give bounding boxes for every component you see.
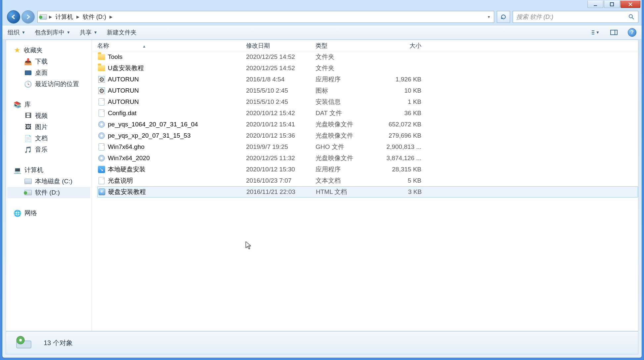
include-label: 包含到库中: [35, 28, 64, 36]
sidebar-head-network[interactable]: 🌐网络: [7, 207, 90, 219]
computer-label: 计算机: [24, 166, 43, 174]
drive-large-icon: [14, 333, 34, 353]
file-rows: Tools2020/12/25 14:52文件夹U盘安装教程2020/12/25…: [92, 51, 638, 198]
recent-icon: 🕓: [24, 80, 32, 88]
close-button[interactable]: [621, 1, 640, 8]
file-name: pe_yqs_xp_20_07_31_15_53: [108, 132, 246, 139]
svg-point-4: [629, 15, 632, 18]
organize-menu[interactable]: 组织▼: [8, 28, 25, 36]
file-name: AUTORUN: [108, 76, 246, 83]
share-menu[interactable]: 共享▼: [80, 28, 98, 36]
network-icon: 🌐: [14, 209, 21, 217]
minimize-button[interactable]: [587, 1, 603, 8]
file-row[interactable]: Win7x64_20202020/12/25 11:32光盘映像文件3,874,…: [97, 153, 638, 164]
toolbar: 组织▼ 包含到库中▼ 共享▼ 新建文件夹 ▼ ?: [2, 25, 642, 40]
file-row[interactable]: pe_yqs_1064_20_07_31_16_042020/10/12 15:…: [97, 119, 638, 130]
html-icon: [98, 189, 106, 195]
star-icon: ★: [14, 46, 21, 55]
file-date: 2016/11/21 22:03: [246, 188, 316, 196]
address-bar[interactable]: ▶ 计算机 ▶ 软件 (D:) ▶ ▾: [37, 11, 494, 23]
file-date: 2020/10/12 15:30: [246, 166, 316, 173]
file-name: Win7x64.gho: [108, 143, 246, 151]
document-icon: 📄: [24, 135, 32, 142]
file-date: 2019/9/7 19:25: [246, 143, 316, 151]
sidebar-item-downloads[interactable]: 📥下载: [7, 56, 90, 67]
libraries-label: 库: [24, 100, 31, 109]
separator-icon: ▶: [109, 15, 112, 19]
desktop-icon: [24, 69, 32, 76]
help-button[interactable]: ?: [628, 28, 636, 37]
disc-icon: [97, 155, 106, 161]
sidebar-item-pictures[interactable]: 🖼图片: [7, 121, 90, 133]
bluesq-icon: ↘: [97, 166, 106, 173]
maximize-button[interactable]: [604, 1, 620, 8]
file-type: 安装信息: [316, 98, 385, 106]
sidebar-head-libraries[interactable]: 📚库: [7, 99, 90, 110]
breadcrumb-current[interactable]: 软件 (D:): [81, 12, 107, 22]
drive-icon: [40, 13, 47, 21]
search-input[interactable]: 搜索 软件 (D:): [513, 11, 638, 23]
library-icon: 📚: [14, 101, 21, 108]
file-row[interactable]: ↘本地硬盘安装2020/10/12 15:30应用程序28,315 KB: [97, 164, 638, 175]
file-name: AUTORUN: [108, 98, 246, 106]
col-type[interactable]: 类型: [316, 42, 385, 50]
sidebar-item-drive-d[interactable]: 软件 (D:): [7, 187, 90, 198]
file-row[interactable]: pe_yqs_xp_20_07_31_15_532020/10/12 15:36…: [97, 130, 638, 141]
sidebar-item-desktop[interactable]: 桌面: [7, 67, 90, 78]
new-folder-button[interactable]: 新建文件夹: [107, 28, 137, 36]
sidebar-item-documents[interactable]: 📄文档: [7, 133, 90, 144]
file-size: 1,926 KB: [385, 76, 428, 83]
file-size: 2,900,813 ...: [385, 143, 428, 151]
file-row[interactable]: AUTORUN2015/5/10 2:45安装信息1 KB: [97, 96, 638, 108]
file-date: 2020/10/12 15:42: [246, 110, 316, 117]
back-button[interactable]: [7, 10, 20, 23]
view-mode-button[interactable]: ▼: [591, 28, 600, 37]
file-size: 36 KB: [385, 110, 428, 117]
file-size: 3 KB: [385, 188, 428, 196]
drive-icon: [24, 189, 32, 196]
download-icon: 📥: [24, 58, 32, 65]
address-dropdown[interactable]: ▾: [486, 15, 492, 19]
file-row[interactable]: 硬盘安装教程2016/11/21 22:03HTML 文档3 KB: [97, 186, 638, 198]
file-type: 光盘映像文件: [316, 131, 385, 140]
newfolder-label: 新建文件夹: [107, 28, 137, 36]
preview-pane-button[interactable]: [609, 28, 619, 37]
file-type: 应用程序: [316, 75, 385, 84]
network-label: 网络: [24, 209, 37, 217]
file-icon: [97, 143, 106, 151]
col-date[interactable]: 修改日期: [246, 42, 316, 50]
file-size: 3,874,126 ...: [385, 155, 428, 162]
drive-icon: [24, 178, 32, 185]
file-date: 2015/5/10 2:45: [246, 98, 316, 106]
sidebar-head-favorites[interactable]: ★收藏夹: [7, 45, 90, 56]
sidebar-item-drive-c[interactable]: 本地磁盘 (C:): [7, 176, 90, 187]
file-type: 光盘映像文件: [316, 154, 385, 162]
col-name[interactable]: 名称▲: [97, 42, 246, 50]
sidebar-item-music[interactable]: 🎵音乐: [7, 144, 90, 155]
refresh-button[interactable]: [497, 11, 510, 23]
include-library-menu[interactable]: 包含到库中▼: [35, 28, 70, 36]
organize-label: 组织: [8, 28, 20, 36]
file-icon: [97, 177, 106, 184]
status-bar: 13 个对象: [6, 331, 638, 354]
sidebar-item-videos[interactable]: 🎞视频: [7, 110, 90, 121]
disc-icon: [97, 132, 106, 139]
app-icon: ⚙: [97, 87, 106, 94]
file-size: 279,696 KB: [385, 132, 428, 139]
file-row[interactable]: Tools2020/12/25 14:52文件夹: [97, 51, 638, 63]
file-row[interactable]: Win7x64.gho2019/9/7 19:25GHO 文件2,900,813…: [97, 141, 638, 153]
file-row[interactable]: ⚙AUTORUN2015/5/10 2:45图标10 KB: [97, 85, 638, 96]
sidebar-item-recent[interactable]: 🕓最近访问的位置: [7, 78, 90, 90]
file-row[interactable]: Config.dat2020/10/12 15:42DAT 文件36 KB: [97, 108, 638, 119]
breadcrumb-root[interactable]: 计算机: [54, 12, 74, 22]
sidebar-head-computer[interactable]: 💻计算机: [7, 164, 90, 176]
file-row[interactable]: U盘安装教程2020/12/25 14:52文件夹: [97, 63, 638, 74]
file-name: Win7x64_2020: [108, 155, 246, 162]
file-row[interactable]: ⚙AUTORUN2016/1/8 4:54应用程序1,926 KB: [97, 74, 638, 85]
file-date: 2020/10/12 15:41: [246, 121, 316, 128]
file-row[interactable]: 光盘说明2016/10/23 7:07文本文档5 KB: [97, 175, 638, 186]
forward-button[interactable]: [21, 10, 35, 23]
file-area: 名称▲ 修改日期 类型 大小 Tools2020/12/25 14:52文件夹U…: [92, 40, 638, 331]
video-icon: 🎞: [24, 112, 32, 119]
col-size[interactable]: 大小: [385, 42, 428, 50]
